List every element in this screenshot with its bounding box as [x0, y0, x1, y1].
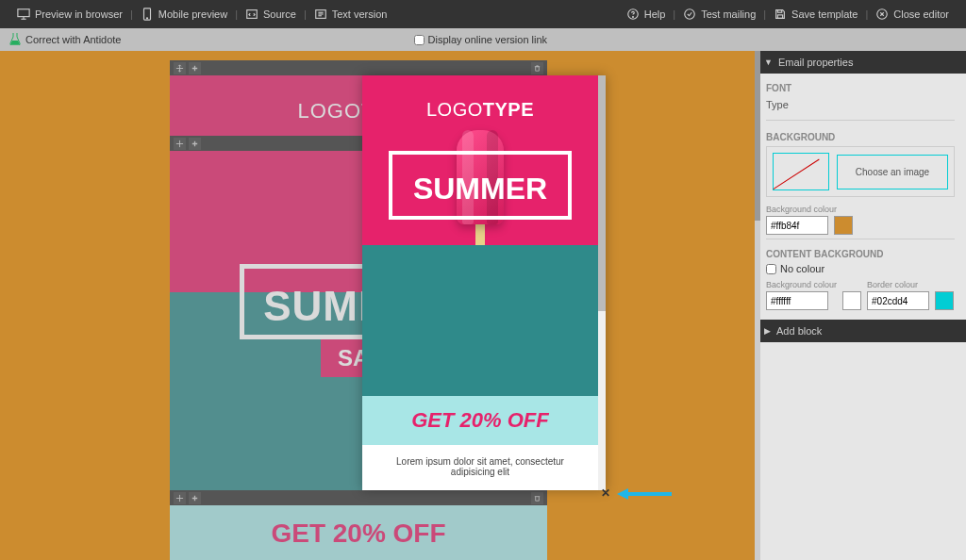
- text-version-button[interactable]: Text version: [307, 8, 395, 21]
- mobile-summer-frame: SUMMER: [389, 151, 572, 220]
- border-colour-input[interactable]: [867, 291, 929, 310]
- svg-rect-0: [18, 9, 29, 17]
- mobile-icon: [141, 8, 154, 21]
- help-icon: [626, 8, 640, 21]
- svg-point-12: [685, 9, 695, 20]
- preview-browser-button[interactable]: Preview in browser: [9, 8, 130, 21]
- close-editor-button[interactable]: Close editor: [868, 8, 957, 21]
- arrow-annotation: [617, 486, 674, 506]
- choose-image-button[interactable]: Choose an image: [837, 155, 948, 189]
- choose-image-label: Choose an image: [856, 167, 929, 177]
- logo-thin: LOGO: [426, 99, 483, 120]
- content-bg-swatch[interactable]: [842, 291, 861, 310]
- close-editor-label: Close editor: [893, 8, 949, 20]
- svg-rect-5: [247, 10, 258, 19]
- properties-sidebar: ▼ Email properties FONT Type BACKGROUND …: [755, 51, 966, 560]
- mobile-offer-block: GET 20% OFF: [362, 396, 598, 445]
- svg-marker-19: [617, 488, 628, 500]
- font-type-label[interactable]: Type: [766, 97, 955, 112]
- svg-rect-13: [777, 10, 781, 13]
- display-online-checkbox[interactable]: [414, 35, 425, 45]
- background-image-picker: Choose an image: [766, 146, 955, 197]
- bg-colour-input[interactable]: [766, 216, 828, 235]
- content-bg-input[interactable]: [766, 291, 828, 310]
- email-properties-header[interactable]: ▼ Email properties: [755, 51, 966, 74]
- close-preview-button[interactable]: ✕: [599, 486, 612, 500]
- test-mailing-label: Test mailing: [701, 8, 756, 20]
- bg-colour-label: Background colour: [766, 205, 955, 214]
- mobile-summer-text: SUMMER: [402, 172, 558, 206]
- mobile-hero-top: LOGOTYPE SUMMER SALE: [362, 75, 598, 245]
- display-online-checkbox-wrap: Display online version link: [414, 34, 548, 45]
- chevron-right-icon: ▶: [764, 326, 771, 336]
- background-heading: BACKGROUND: [766, 132, 955, 142]
- content-bg-label: Background colour: [766, 280, 837, 289]
- help-label: Help: [644, 8, 666, 20]
- bg-colour-swatch[interactable]: [834, 216, 853, 235]
- mobile-hero-bottom: [362, 245, 598, 396]
- mobile-preview-panel: LOGOTYPE SUMMER SALE GET 20% OFF Lorem i…: [362, 75, 606, 490]
- save-icon: [774, 8, 787, 21]
- font-heading: FONT: [766, 83, 955, 93]
- code-icon: [245, 8, 258, 21]
- save-template-label: Save template: [791, 8, 858, 20]
- scrollbar-thumb[interactable]: [755, 51, 760, 221]
- toolbar-right: Help | Test mailing | Save template | Cl…: [619, 8, 957, 21]
- scrollbar-thumb[interactable]: [598, 75, 606, 311]
- border-colour-label: Border colour: [867, 280, 929, 289]
- no-colour-row: No colour: [766, 263, 955, 274]
- mobile-preview-content: LOGOTYPE SUMMER SALE GET 20% OFF Lorem i…: [362, 75, 598, 490]
- save-template-button[interactable]: Save template: [766, 8, 865, 21]
- test-mailing-button[interactable]: Test mailing: [675, 8, 763, 21]
- check-circle-icon: [683, 8, 696, 21]
- mobile-logo: LOGOTYPE: [426, 99, 534, 121]
- help-button[interactable]: Help: [619, 8, 674, 21]
- top-toolbar: Preview in browser | Mobile preview | So…: [0, 0, 966, 28]
- no-colour-label: No colour: [780, 263, 824, 274]
- beaker-icon: [9, 32, 21, 47]
- secondary-toolbar: Correct with Antidote Display online ver…: [0, 28, 966, 51]
- mobile-preview-label: Mobile preview: [158, 8, 227, 20]
- add-block-header[interactable]: ▶ Add block: [755, 320, 966, 342]
- svg-point-4: [146, 18, 147, 19]
- email-properties-label: Email properties: [778, 57, 853, 68]
- display-online-label: Display online version link: [428, 34, 548, 45]
- source-label: Source: [263, 8, 296, 20]
- svg-point-11: [632, 17, 633, 18]
- mobile-offer-text: GET 20% OFF: [411, 408, 548, 433]
- preview-browser-label: Preview in browser: [35, 8, 123, 20]
- close-circle-icon: [875, 8, 889, 21]
- sidebar-scrollbar[interactable]: [755, 51, 760, 560]
- logo-bold: TYPE: [483, 99, 534, 120]
- font-section: FONT Type BACKGROUND Choose an image Bac…: [755, 74, 966, 320]
- antidote-label: Correct with Antidote: [25, 34, 122, 45]
- text-icon: [314, 8, 327, 21]
- no-image-icon[interactable]: [773, 153, 829, 190]
- antidote-button[interactable]: Correct with Antidote: [9, 32, 122, 47]
- monitor-icon: [17, 8, 30, 21]
- text-version-label: Text version: [332, 8, 388, 20]
- border-colour-swatch[interactable]: [935, 291, 954, 310]
- content-bg-heading: CONTENT BACKGROUND: [766, 249, 955, 259]
- source-button[interactable]: Source: [238, 8, 304, 21]
- mobile-lorem-text: Lorem ipsum dolor sit amet, consectetur …: [362, 445, 598, 488]
- svg-rect-14: [777, 15, 782, 19]
- no-colour-checkbox[interactable]: [766, 264, 776, 274]
- mobile-preview-button[interactable]: Mobile preview: [133, 8, 235, 21]
- add-block-label: Add block: [776, 325, 822, 337]
- mobile-scrollbar[interactable]: [598, 75, 606, 490]
- toolbar-left: Preview in browser | Mobile preview | So…: [9, 8, 394, 21]
- separator: [766, 239, 955, 239]
- chevron-down-icon: ▼: [764, 58, 773, 67]
